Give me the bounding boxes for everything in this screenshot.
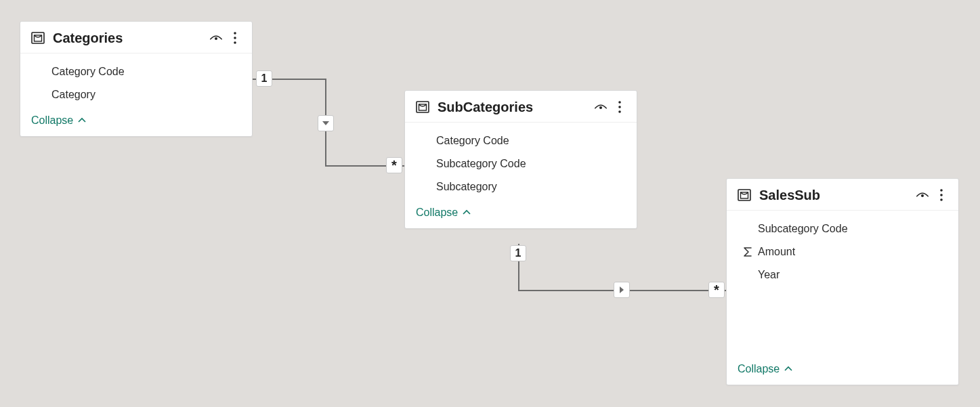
table-header: SalesSub	[727, 179, 958, 211]
svg-point-9	[618, 101, 621, 104]
field-icon-blank	[416, 134, 436, 148]
table-icon	[736, 187, 752, 203]
chevron-down-icon	[321, 119, 331, 128]
chevron-up-icon	[462, 208, 471, 217]
table-title: SalesSub	[759, 188, 820, 203]
table-fields: Subcategory Code Amount Year	[727, 211, 958, 291]
cardinality-one-box: 1	[256, 70, 272, 87]
field-row[interactable]: Subcategory Code	[727, 217, 958, 240]
field-label: Year	[758, 263, 947, 286]
cardinality-many-box: *	[386, 157, 402, 173]
field-row[interactable]: Category Code	[20, 60, 252, 83]
field-icon-blank	[31, 65, 51, 79]
field-icon-blank	[738, 268, 758, 282]
field-label: Category	[51, 83, 241, 106]
field-icon-blank	[738, 222, 758, 236]
cardinality-many-label: *	[391, 158, 397, 172]
collapse-label: Collapse	[738, 363, 780, 375]
svg-point-5	[234, 41, 236, 44]
cardinality-one-label: 1	[515, 247, 521, 259]
collapse-label: Collapse	[31, 114, 73, 127]
relationship-direction-box[interactable]	[614, 282, 630, 298]
chevron-up-icon	[77, 116, 87, 125]
table-card-salessub[interactable]: SalesSub Subcategory Code Amount Year Co…	[726, 178, 959, 385]
field-row[interactable]: Category Code	[405, 129, 637, 152]
field-label: Subcategory Code	[436, 152, 626, 175]
table-icon	[414, 99, 431, 115]
table-header: Categories	[20, 22, 252, 53]
svg-point-16	[940, 194, 943, 196]
field-row[interactable]: Subcategory Code	[405, 152, 637, 175]
svg-point-15	[940, 189, 943, 192]
field-label: Amount	[758, 240, 947, 263]
field-label: Category Code	[51, 60, 241, 83]
chevron-up-icon	[784, 364, 793, 374]
cardinality-one-box: 1	[510, 245, 526, 261]
field-label: Category Code	[436, 129, 626, 152]
svg-point-17	[940, 198, 943, 201]
more-options-icon[interactable]	[228, 30, 242, 45]
table-title: Categories	[53, 30, 123, 46]
visibility-icon[interactable]	[209, 30, 223, 45]
table-title: SubCategories	[438, 100, 533, 115]
sigma-icon	[738, 245, 758, 259]
table-icon	[30, 30, 46, 46]
table-header: SubCategories	[405, 91, 637, 123]
field-row[interactable]: Subcategory	[405, 175, 637, 198]
cardinality-many-label: *	[714, 283, 719, 297]
svg-point-8	[599, 106, 602, 109]
visibility-icon[interactable]	[593, 100, 608, 114]
svg-point-3	[234, 32, 236, 35]
svg-point-10	[618, 106, 621, 108]
more-options-icon[interactable]	[934, 188, 949, 202]
field-row[interactable]: Category	[20, 83, 252, 106]
table-card-categories[interactable]: Categories Category Code Category Collap…	[20, 21, 253, 137]
collapse-button[interactable]: Collapse	[405, 202, 637, 228]
collapse-label: Collapse	[416, 207, 458, 219]
svg-point-11	[618, 110, 621, 113]
collapse-button[interactable]: Collapse	[20, 110, 252, 136]
field-label: Subcategory Code	[758, 217, 947, 240]
field-row[interactable]: Amount	[727, 240, 958, 263]
more-options-icon[interactable]	[612, 100, 627, 114]
collapse-button[interactable]: Collapse	[727, 359, 804, 385]
visibility-icon[interactable]	[915, 188, 930, 202]
table-card-subcategories[interactable]: SubCategories Category Code Subcategory …	[404, 90, 637, 229]
table-fields: Category Code Subcategory Code Subcatego…	[405, 123, 637, 202]
field-label: Subcategory	[436, 175, 626, 198]
field-row[interactable]: Year	[727, 263, 958, 286]
svg-point-14	[921, 194, 924, 197]
field-icon-blank	[416, 180, 436, 194]
svg-point-2	[215, 37, 217, 40]
relationship-direction-box[interactable]	[318, 115, 334, 131]
chevron-right-icon	[617, 285, 626, 295]
table-fields: Category Code Category	[20, 53, 252, 110]
field-icon-blank	[31, 88, 51, 102]
cardinality-many-box: *	[708, 282, 725, 298]
svg-point-4	[234, 37, 236, 39]
cardinality-one-label: 1	[261, 72, 268, 85]
field-icon-blank	[416, 157, 436, 171]
